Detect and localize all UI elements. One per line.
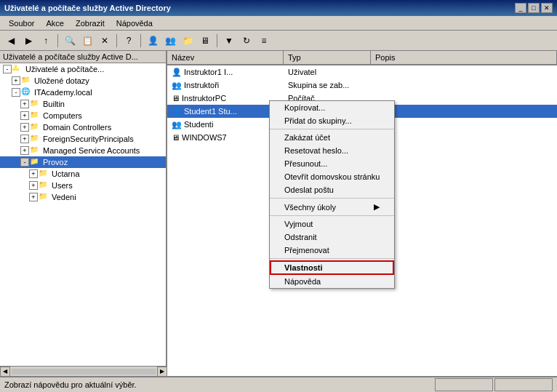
filter-button[interactable]: ▼ xyxy=(221,33,237,49)
delete-button[interactable]: ✕ xyxy=(97,33,113,49)
ctx-add-to-group[interactable]: Přidat do skupiny... xyxy=(270,114,394,127)
ctx-sep-1 xyxy=(270,129,394,129)
tree-item-provoz[interactable]: - 📁 Provoz xyxy=(0,156,166,168)
expand-computers[interactable]: + xyxy=(20,111,29,120)
col-header-type[interactable]: Typ xyxy=(284,51,371,64)
up-button[interactable]: ↑ xyxy=(38,33,54,49)
tree-item-root[interactable]: - 🖧 Uživatelé a počítače... xyxy=(0,63,166,75)
tree-item-vedeni[interactable]: + 📁 Vedeni xyxy=(0,191,166,203)
folder-ulozene-icon: 📁 xyxy=(21,76,33,86)
menu-zobrazit[interactable]: Zobrazit xyxy=(70,17,111,29)
expand-fsp[interactable]: + xyxy=(20,135,29,143)
new-computer-button[interactable]: 🖥 xyxy=(197,33,213,49)
expand-builtin[interactable]: + xyxy=(20,100,29,108)
expand-uctarna[interactable]: + xyxy=(29,169,38,178)
close-button[interactable]: ✕ xyxy=(541,3,553,13)
ctx-reset-password[interactable]: Resetovat heslo... xyxy=(270,144,394,157)
scroll-right[interactable]: ▶ xyxy=(157,367,167,377)
folder-vedeni-icon: 📁 xyxy=(39,192,50,202)
tree-item-users[interactable]: + 📁 Users xyxy=(0,180,166,191)
ctx-all-tasks[interactable]: Všechny úkoly ▶ xyxy=(270,200,394,214)
tree-item-builtin[interactable]: + 📁 Builtin xyxy=(0,98,166,110)
tree-label-vedeni: Vedeni xyxy=(52,193,76,201)
expand-dc[interactable]: + xyxy=(20,123,29,132)
status-text: Zobrazí nápovědu pro aktuální výběr. xyxy=(4,380,435,389)
scroll-left[interactable]: ◀ xyxy=(0,367,10,377)
window-title: Uživatelé a počítače služby Active Direc… xyxy=(4,4,171,12)
tree-item-uctarna[interactable]: + 📁 Uctarna xyxy=(0,168,166,180)
search-button[interactable]: 🔍 xyxy=(62,33,78,49)
ctx-send-mail[interactable]: Odeslat poštu xyxy=(270,183,394,196)
col-header-desc[interactable]: Popis xyxy=(371,51,557,64)
expand-msa[interactable]: + xyxy=(20,146,29,155)
ctx-sep-4 xyxy=(270,258,394,259)
expand-vedeni[interactable]: + xyxy=(29,193,38,201)
menu-bar: Soubor Akce Zobrazit Nápověda xyxy=(0,16,557,31)
new-group-button[interactable]: 👥 xyxy=(162,33,178,49)
copy-button[interactable]: 📋 xyxy=(79,33,95,49)
tree-item-ulozene[interactable]: + 📁 Uložené dotazy xyxy=(0,75,166,87)
new-ou-button[interactable]: 📁 xyxy=(180,33,196,49)
computer-icon-5: 🖥 xyxy=(172,133,180,142)
tree-label-computers: Computers xyxy=(43,111,82,120)
computer-icon-2: 🖥 xyxy=(172,94,180,103)
tree-scrollbar[interactable]: ◀ ▶ xyxy=(0,366,167,376)
menu-soubor[interactable]: Soubor xyxy=(3,17,40,29)
toolbar-separator-1 xyxy=(57,34,58,47)
toolbar: ◀ ▶ ↑ 🔍 📋 ✕ ? 👤 👥 📁 🖥 ▼ ↻ ≡ xyxy=(0,31,557,51)
expand-itacademy[interactable]: - xyxy=(12,88,20,97)
tree-label-msa: Managed Service Accounts xyxy=(43,146,140,155)
cell-type-0: Uživatel xyxy=(285,68,372,76)
expand-users[interactable]: + xyxy=(29,181,38,190)
tree-item-itacademy[interactable]: - 🌐 ITAcademy.local xyxy=(0,87,166,98)
tree-item-fsp[interactable]: + 📁 ForeignSecurityPrincipals xyxy=(0,133,166,145)
tree-label-root: Uživatelé a počítače... xyxy=(25,65,104,73)
minimize-button[interactable]: _ xyxy=(515,3,526,13)
tree-header: Uživatelé a počítače služby Active D... xyxy=(0,51,166,63)
ctx-delete[interactable]: Odstranit xyxy=(270,231,394,244)
tree-item-computers[interactable]: + 📁 Computers xyxy=(0,110,166,121)
expand-ulozene[interactable]: + xyxy=(12,76,20,85)
list-row[interactable]: 👥 Instruktoři Skupina se zab... xyxy=(167,79,557,92)
context-menu: Kopírovat... Přidat do skupiny... Zakáza… xyxy=(269,100,395,289)
refresh-button[interactable]: ↻ xyxy=(239,33,255,49)
menu-akce[interactable]: Akce xyxy=(40,17,69,29)
new-user-button[interactable]: 👤 xyxy=(145,33,161,49)
view-button[interactable]: ≡ xyxy=(256,33,272,49)
ctx-cut[interactable]: Vyjmout xyxy=(270,217,394,231)
status-panel-1 xyxy=(435,378,493,391)
ctx-sep-2 xyxy=(270,198,394,199)
ctx-copy[interactable]: Kopírovat... xyxy=(270,101,394,114)
title-bar: Uživatelé a počítače služby Active Direc… xyxy=(0,0,557,16)
forward-button[interactable]: ▶ xyxy=(20,33,36,49)
menu-napoveda[interactable]: Nápověda xyxy=(111,17,159,29)
folder-dc-icon: 📁 xyxy=(30,122,41,132)
back-button[interactable]: ◀ xyxy=(3,33,19,49)
ctx-properties[interactable]: Vlastnosti xyxy=(270,260,394,275)
ctx-open-home[interactable]: Otevřít domovskou stránku xyxy=(270,170,394,183)
col-header-name[interactable]: Název xyxy=(167,51,284,64)
tree-item-dc[interactable]: + 📁 Domain Controllers xyxy=(0,121,166,133)
ctx-rename[interactable]: Přejmenovat xyxy=(270,244,394,257)
group-icon-1: 👥 xyxy=(172,81,182,90)
tree-label-ulozene: Uložené dotazy xyxy=(34,76,89,85)
list-header: Název Typ Popis xyxy=(167,51,557,65)
expand-root[interactable]: - xyxy=(3,65,12,73)
cell-name-4: 👥 Studenti xyxy=(169,120,285,129)
expand-provoz[interactable]: - xyxy=(20,158,29,167)
ctx-help[interactable]: Nápověda xyxy=(270,275,394,288)
window-controls[interactable]: _ □ ✕ xyxy=(515,3,553,13)
folder-computers-icon: 📁 xyxy=(30,111,41,121)
list-row[interactable]: 👤 Instruktor1 I... Uživatel xyxy=(167,65,557,79)
maximize-button[interactable]: □ xyxy=(528,3,540,13)
list-panel: Název Typ Popis 👤 Instruktor1 I... Uživa… xyxy=(167,51,557,376)
ctx-disable-account[interactable]: Zakázat účet xyxy=(270,131,394,144)
toolbar-separator-2 xyxy=(116,34,117,47)
folder-provoz-icon: 📁 xyxy=(30,157,41,167)
submenu-arrow-icon: ▶ xyxy=(374,202,380,212)
ctx-move[interactable]: Přesunout... xyxy=(270,157,394,170)
tree-item-msa[interactable]: + 📁 Managed Service Accounts xyxy=(0,145,166,156)
help-button[interactable]: ? xyxy=(121,33,137,49)
domain-itacademy-icon: 🌐 xyxy=(21,87,33,97)
tree-label-dc: Domain Controllers xyxy=(43,123,111,132)
